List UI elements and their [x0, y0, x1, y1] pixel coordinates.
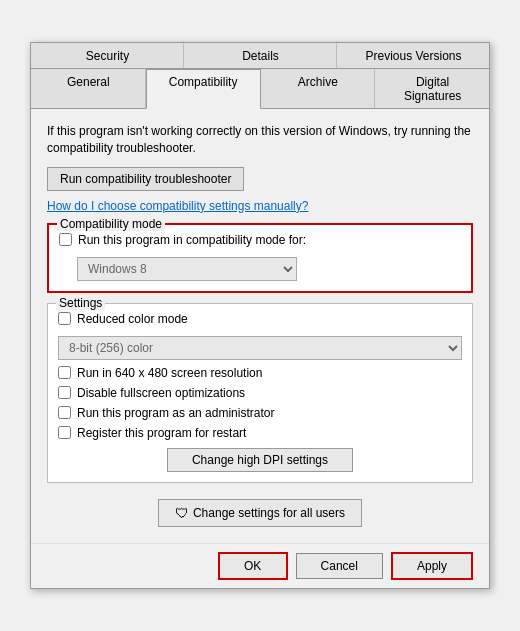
settings-label: Settings: [56, 296, 105, 310]
tab-content: If this program isn't working correctly …: [31, 109, 489, 543]
disable-fullscreen-row: Disable fullscreen optimizations: [58, 386, 462, 400]
tab-previous-versions[interactable]: Previous Versions: [337, 43, 489, 68]
tab-compatibility[interactable]: Compatibility: [146, 69, 261, 109]
run-as-admin-checkbox[interactable]: [58, 406, 71, 419]
shield-icon: 🛡: [175, 505, 189, 521]
compat-mode-checkbox[interactable]: [59, 233, 72, 246]
reduced-color-label: Reduced color mode: [77, 312, 188, 326]
register-restart-checkbox[interactable]: [58, 426, 71, 439]
tab-general[interactable]: General: [31, 69, 146, 108]
run-as-admin-row: Run this program as an administrator: [58, 406, 462, 420]
tab-row-2: General Compatibility Archive Digital Si…: [31, 69, 489, 109]
tab-digital-signatures[interactable]: Digital Signatures: [375, 69, 489, 108]
change-settings-label: Change settings for all users: [193, 506, 345, 520]
disable-fullscreen-label: Disable fullscreen optimizations: [77, 386, 245, 400]
tab-details[interactable]: Details: [184, 43, 337, 68]
help-link[interactable]: How do I choose compatibility settings m…: [47, 199, 473, 213]
color-depth-select[interactable]: 8-bit (256) color: [58, 336, 462, 360]
compat-mode-os-select[interactable]: Windows 8 Windows 7 Windows Vista (SP2) …: [77, 257, 297, 281]
compat-mode-checkbox-label: Run this program in compatibility mode f…: [78, 233, 306, 247]
properties-dialog: Security Details Previous Versions Gener…: [30, 42, 490, 589]
640x480-label: Run in 640 x 480 screen resolution: [77, 366, 262, 380]
disable-fullscreen-checkbox[interactable]: [58, 386, 71, 399]
register-restart-label: Register this program for restart: [77, 426, 246, 440]
change-dpi-button[interactable]: Change high DPI settings: [167, 448, 353, 472]
description-text: If this program isn't working correctly …: [47, 123, 473, 157]
settings-section: Settings Reduced color mode 8-bit (256) …: [47, 303, 473, 483]
tab-row-1: Security Details Previous Versions: [31, 43, 489, 69]
cancel-button[interactable]: Cancel: [296, 553, 383, 579]
reduced-color-checkbox[interactable]: [58, 312, 71, 325]
reduced-color-row: Reduced color mode: [58, 312, 462, 326]
640x480-row: Run in 640 x 480 screen resolution: [58, 366, 462, 380]
run-as-admin-label: Run this program as an administrator: [77, 406, 274, 420]
compat-mode-label: Compatibility mode: [57, 217, 165, 231]
apply-button[interactable]: Apply: [391, 552, 473, 580]
change-settings-all-users-button[interactable]: 🛡 Change settings for all users: [158, 499, 362, 527]
run-troubleshooter-button[interactable]: Run compatibility troubleshooter: [47, 167, 244, 191]
compat-mode-checkbox-row: Run this program in compatibility mode f…: [59, 233, 461, 247]
ok-button[interactable]: OK: [218, 552, 288, 580]
640x480-checkbox[interactable]: [58, 366, 71, 379]
compat-mode-section: Compatibility mode Run this program in c…: [47, 223, 473, 293]
tab-archive[interactable]: Archive: [261, 69, 376, 108]
register-restart-row: Register this program for restart: [58, 426, 462, 440]
tab-security[interactable]: Security: [31, 43, 184, 68]
bottom-bar: OK Cancel Apply: [31, 543, 489, 588]
